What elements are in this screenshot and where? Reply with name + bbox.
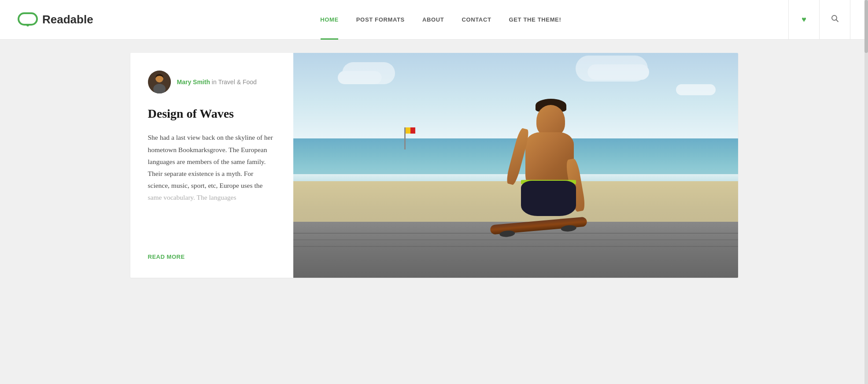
author-avatar xyxy=(148,71,171,93)
cloud-2 xyxy=(587,64,649,80)
nav-item-about[interactable]: ABOUT xyxy=(414,0,453,40)
main-nav: HOME POST FORMATS ABOUT CONTACT GET THE … xyxy=(311,0,570,40)
flag-pole xyxy=(404,127,406,149)
flag xyxy=(406,127,415,134)
post-excerpt: She had a last view back on the skyline … xyxy=(148,131,276,241)
logo-icon xyxy=(18,12,38,27)
nav-item-contact[interactable]: CONTACT xyxy=(453,0,500,40)
beach-scene xyxy=(293,53,738,278)
cloud-3 xyxy=(676,84,716,95)
post-text-panel: Mary Smith in Travel & Food Design of Wa… xyxy=(130,53,293,278)
heart-icon: ♥ xyxy=(802,15,806,24)
excerpt-fading-text: same vocabulary. The languages xyxy=(148,194,236,201)
svg-rect-0 xyxy=(18,13,37,25)
post-author-row: Mary Smith in Travel & Food xyxy=(148,71,276,93)
read-more-link[interactable]: READ MORE xyxy=(148,254,276,260)
nav-item-get-theme[interactable]: GET THE THEME! xyxy=(500,0,570,40)
svg-line-4 xyxy=(836,20,838,22)
scrollbar-thumb[interactable] xyxy=(864,0,868,53)
site-header: Readable HOME POST FORMATS ABOUT CONTACT… xyxy=(0,0,868,40)
person-figure xyxy=(503,83,627,233)
post-title: Design of Waves xyxy=(148,106,276,122)
featured-post-card: Mary Smith in Travel & Food Design of Wa… xyxy=(130,53,738,278)
search-button[interactable] xyxy=(820,0,850,40)
page-content: Mary Smith in Travel & Food Design of Wa… xyxy=(0,40,868,370)
logo-text: Readable xyxy=(42,13,93,26)
header-icon-group: ♥ xyxy=(788,0,850,40)
post-author-info: Mary Smith in Travel & Food xyxy=(177,78,257,86)
shorts xyxy=(521,181,576,216)
logo[interactable]: Readable xyxy=(18,12,93,27)
cloud-1 xyxy=(338,71,382,84)
author-category: in Travel & Food xyxy=(212,78,257,86)
search-icon xyxy=(831,15,839,25)
nav-item-home[interactable]: HOME xyxy=(311,0,347,40)
man-body xyxy=(521,132,578,220)
scrollbar-track[interactable] xyxy=(864,0,868,384)
nav-item-post-formats[interactable]: POST FORMATS xyxy=(347,0,414,40)
author-name[interactable]: Mary Smith xyxy=(177,78,210,86)
post-image-panel xyxy=(293,53,738,278)
heart-button[interactable]: ♥ xyxy=(789,0,820,40)
